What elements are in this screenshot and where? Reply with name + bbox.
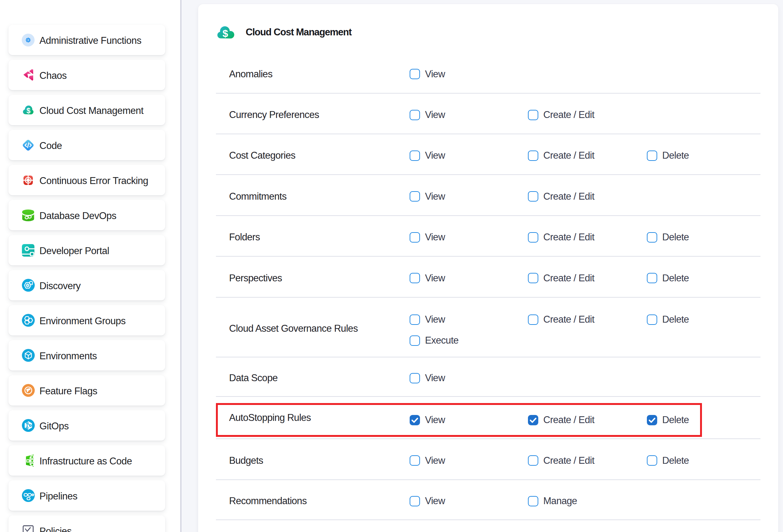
svg-text:$: $: [27, 107, 31, 115]
svg-text:$: $: [222, 28, 228, 39]
